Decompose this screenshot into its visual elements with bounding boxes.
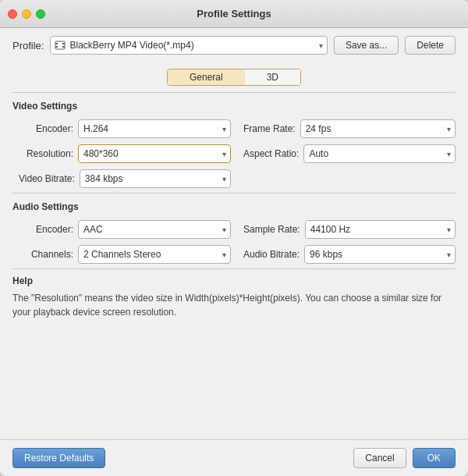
audio-settings-title: Audio Settings: [12, 201, 456, 212]
cancel-button[interactable]: Cancel: [353, 448, 406, 468]
empty-cell: [243, 169, 456, 188]
profile-row: Profile: BlackBerry MP4 Video(*.mp4) ▾ S…: [0, 28, 468, 62]
sample-rate-select-wrapper: 44100 Hz 22050 Hz 48000 Hz ▾: [305, 220, 456, 239]
video-settings-section: Video Settings Encoder: H.264 MPEG-4 H.2…: [0, 93, 468, 193]
close-button[interactable]: [8, 9, 17, 19]
video-settings-title: Video Settings: [12, 101, 456, 112]
aspect-ratio-label: Aspect Ratio:: [243, 148, 299, 159]
resolution-select-wrapper: 480*360 720*480 1280*720 1920*1080 ▾: [78, 144, 231, 163]
audio-fields-grid: Encoder: AAC MP3 AC3 ▾ Sample Rate:: [12, 220, 456, 264]
audio-bitrate-select[interactable]: 96 kbps 128 kbps 192 kbps 256 kbps: [304, 245, 456, 264]
video-bitrate-label: Video Bitrate:: [19, 173, 75, 184]
delete-button[interactable]: Delete: [405, 36, 456, 55]
frame-rate-field-row: Frame Rate: 24 fps 30 fps 60 fps ▾: [243, 119, 456, 138]
maximize-button[interactable]: [36, 9, 45, 19]
svg-rect-1: [55, 43, 58, 44]
audio-encoder-select[interactable]: AAC MP3 AC3: [78, 220, 231, 239]
audio-settings-section: Audio Settings Encoder: AAC MP3 AC3 ▾: [0, 194, 468, 268]
frame-rate-select[interactable]: 24 fps 30 fps 60 fps: [300, 119, 456, 138]
tabs-row: General 3D: [0, 62, 468, 92]
encoder-field-row: Encoder: H.264 MPEG-4 H.265 ▾: [19, 119, 231, 138]
encoder-label: Encoder:: [19, 123, 73, 134]
channels-select-wrapper: 2 Channels Stereo 1 Channel Mono ▾: [78, 245, 231, 264]
profile-settings-window: Profile Settings Profile: BlackBerry MP4…: [0, 0, 468, 476]
help-section: Help The "Resolution" means the video si…: [0, 269, 468, 325]
content-area: Profile: BlackBerry MP4 Video(*.mp4) ▾ S…: [0, 28, 468, 439]
channels-label: Channels:: [19, 249, 73, 260]
resolution-field-row: Resolution: 480*360 720*480 1280*720 192…: [19, 144, 231, 163]
tab-3d[interactable]: 3D: [245, 69, 300, 85]
ok-button[interactable]: OK: [413, 448, 456, 468]
sample-rate-label: Sample Rate:: [243, 224, 300, 235]
audio-encoder-field-row: Encoder: AAC MP3 AC3 ▾: [19, 220, 231, 239]
profile-select-wrapper: BlackBerry MP4 Video(*.mp4) ▾: [50, 36, 327, 55]
svg-rect-3: [55, 46, 58, 48]
window-controls: [8, 9, 45, 19]
bottom-right-buttons: Cancel OK: [353, 448, 456, 468]
aspect-ratio-select[interactable]: Auto 4:3 16:9: [303, 144, 456, 163]
save-as-button[interactable]: Save as...: [334, 36, 399, 55]
tabs-container: General 3D: [167, 69, 301, 86]
audio-bitrate-select-wrapper: 96 kbps 128 kbps 192 kbps 256 kbps ▾: [304, 245, 456, 264]
profile-select[interactable]: BlackBerry MP4 Video(*.mp4): [50, 36, 327, 55]
window-title: Profile Settings: [197, 8, 271, 20]
resolution-label: Resolution:: [19, 148, 73, 159]
video-bitrate-field-row: Video Bitrate: 384 kbps 512 kbps 1000 kb…: [19, 169, 231, 188]
channels-select[interactable]: 2 Channels Stereo 1 Channel Mono: [78, 245, 231, 264]
svg-rect-0: [55, 41, 65, 49]
encoder-select-wrapper: H.264 MPEG-4 H.265 ▾: [78, 119, 231, 138]
video-bitrate-select[interactable]: 384 kbps 512 kbps 1000 kbps 2000 kbps: [80, 169, 231, 188]
title-bar: Profile Settings: [0, 0, 468, 28]
frame-rate-label: Frame Rate:: [243, 123, 296, 134]
channels-field-row: Channels: 2 Channels Stereo 1 Channel Mo…: [19, 245, 231, 264]
minimize-button[interactable]: [22, 9, 31, 19]
aspect-ratio-select-wrapper: Auto 4:3 16:9 ▾: [303, 144, 456, 163]
audio-bitrate-label: Audio Bitrate:: [243, 249, 300, 260]
help-title: Help: [12, 275, 456, 286]
audio-encoder-label: Encoder:: [19, 224, 73, 235]
audio-encoder-select-wrapper: AAC MP3 AC3 ▾: [78, 220, 231, 239]
restore-defaults-button[interactable]: Restore Defaults: [12, 448, 105, 468]
frame-rate-select-wrapper: 24 fps 30 fps 60 fps ▾: [300, 119, 456, 138]
svg-rect-4: [62, 46, 65, 48]
help-text: The "Resolution" means the video size in…: [12, 291, 456, 319]
tab-general[interactable]: General: [167, 69, 246, 86]
encoder-select[interactable]: H.264 MPEG-4 H.265: [78, 119, 231, 138]
svg-rect-2: [62, 43, 65, 44]
sample-rate-field-row: Sample Rate: 44100 Hz 22050 Hz 48000 Hz …: [243, 220, 456, 239]
bottom-bar: Restore Defaults Cancel OK: [0, 439, 468, 476]
sample-rate-select[interactable]: 44100 Hz 22050 Hz 48000 Hz: [305, 220, 456, 239]
resolution-select[interactable]: 480*360 720*480 1280*720 1920*1080: [78, 144, 231, 163]
profile-label: Profile:: [12, 40, 44, 52]
video-fields-grid: Encoder: H.264 MPEG-4 H.265 ▾ Frame Rate…: [12, 119, 456, 188]
video-bitrate-select-wrapper: 384 kbps 512 kbps 1000 kbps 2000 kbps ▾: [80, 169, 231, 188]
aspect-ratio-field-row: Aspect Ratio: Auto 4:3 16:9 ▾: [243, 144, 456, 163]
audio-bitrate-field-row: Audio Bitrate: 96 kbps 128 kbps 192 kbps…: [243, 245, 456, 264]
film-icon: [55, 40, 66, 51]
